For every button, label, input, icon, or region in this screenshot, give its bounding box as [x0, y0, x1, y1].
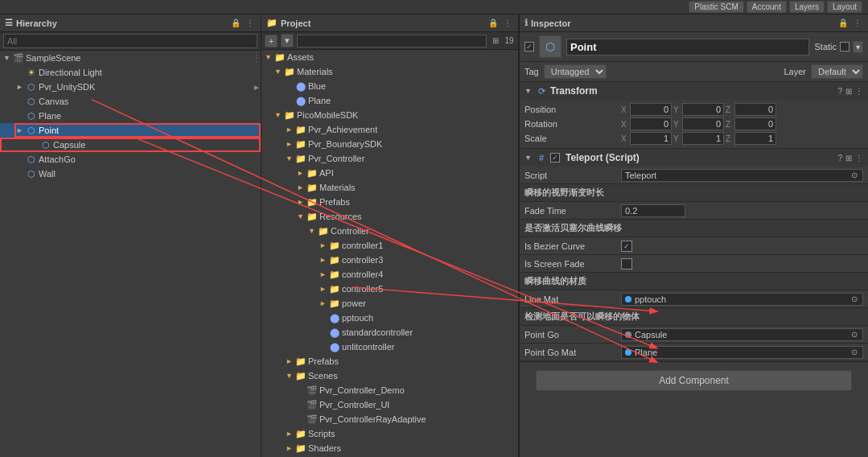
transform-help-icon[interactable]: ?	[837, 87, 842, 96]
project-lock-icon[interactable]: 🔒	[487, 18, 499, 29]
tree-item-scenes[interactable]: ▼ 📁 Scenes	[261, 368, 518, 383]
tree-item-power[interactable]: ► 📁 power	[261, 296, 518, 311]
linemat-ref-field[interactable]: pptouch ⊙	[621, 293, 863, 306]
tree-item-assets[interactable]: ▼ 📁 Assets	[261, 50, 518, 64]
hierarchy-search-input[interactable]	[3, 34, 257, 48]
layout-btn[interactable]: Layout	[827, 1, 862, 13]
transform-preset-icon[interactable]: ⊞	[845, 87, 852, 96]
linemat-pick-btn[interactable]: ⊙	[849, 294, 859, 303]
tree-item-point[interactable]: ► ⬡ Point	[0, 123, 261, 138]
bezier-checkbox[interactable]: ✓	[621, 241, 632, 252]
teleport-menu-icon[interactable]: ⋮	[855, 154, 863, 163]
pointgomat-ref-field[interactable]: Plane ⊙	[621, 346, 863, 359]
tree-item-pico-sdk[interactable]: ▼ 📁 PicoMobileSDK	[261, 108, 518, 122]
tree-item-materials[interactable]: ▼ 📁 Materials	[261, 64, 518, 79]
pointgo-row: Point Go Capsule ⊙	[520, 326, 868, 344]
scale-z-input[interactable]	[734, 132, 776, 145]
script-ref-pick-btn[interactable]: ⊙	[849, 171, 859, 179]
sphere-icon-plane: ⬤	[295, 95, 306, 106]
arrow-controller3: ►	[319, 256, 329, 264]
plastic-scm-btn[interactable]: Plastic SCM	[689, 1, 743, 13]
obj-name-input[interactable]	[566, 39, 809, 56]
hierarchy-lock-icon[interactable]: 🔒	[230, 18, 241, 29]
teleport-header[interactable]: ▼ # ✓ Teleport (Script) ? ⊞ ⋮	[520, 149, 868, 167]
light-icon-dirlight: ☀	[26, 67, 37, 78]
pos-y-input[interactable]	[682, 103, 724, 116]
project-options-btn[interactable]: ▾	[281, 34, 294, 47]
pointgo-pick-btn[interactable]: ⊙	[849, 330, 859, 339]
tree-item-dirlight[interactable]: ☀ Directional Light	[0, 65, 261, 80]
pointgo-ref-field[interactable]: Capsule ⊙	[621, 328, 863, 341]
tree-item-plane-mat[interactable]: ⬤ Plane	[261, 93, 518, 108]
tree-item-materials2[interactable]: ► 📁 Materials	[261, 180, 518, 195]
transform-menu-icon[interactable]: ⋮	[855, 87, 863, 96]
tree-item-scripts[interactable]: ► 📁 Scripts	[261, 426, 518, 441]
inspector-lock-icon[interactable]: 🔒	[837, 18, 849, 29]
tree-label-controller-folder: Controller	[331, 226, 369, 236]
rot-y-input[interactable]	[682, 117, 724, 130]
scale-x-input[interactable]	[630, 132, 672, 145]
tag-select[interactable]: Untagged	[544, 64, 607, 79]
tree-item-controller-folder[interactable]: ▼ 📁 Controller	[261, 224, 518, 238]
pos-x-input[interactable]	[630, 103, 672, 116]
tree-item-attachgo[interactable]: ⬡ AttachGo	[0, 152, 261, 167]
script-ref-field[interactable]: Teleport ⊙	[621, 169, 863, 182]
obj-active-checkbox[interactable]: ✓	[525, 42, 534, 51]
arrow-plane	[16, 112, 26, 120]
tree-item-pvr-ctrl-ray[interactable]: 🎬 Pvr_ControllerRayAdaptive	[261, 412, 518, 426]
static-checkbox[interactable]	[840, 42, 849, 51]
hierarchy-options-icon[interactable]: ⋮	[253, 54, 261, 63]
tree-item-pptouch[interactable]: ⬤ pptouch	[261, 311, 518, 325]
teleport-help-icon[interactable]: ?	[837, 154, 842, 163]
add-component-button[interactable]: Add Component	[536, 370, 852, 391]
tree-item-canvas[interactable]: ⬡ Canvas	[0, 94, 261, 109]
tree-item-shaders[interactable]: ► 📁 Shaders	[261, 441, 518, 455]
arrow-wall	[16, 170, 26, 178]
tree-item-pvr-unitysdk[interactable]: ► ⬡ Pvr_UnitySDK ►	[0, 80, 261, 94]
project-filter-icon[interactable]: ⊞	[490, 35, 501, 47]
tree-item-pvr-ctrl-demo[interactable]: 🎬 Pvr_Controller_Demo	[261, 383, 518, 397]
tree-label-prefabs2: Prefabs	[308, 356, 339, 366]
tree-item-api[interactable]: ► 📁 API	[261, 166, 518, 180]
teleport-active-checkbox[interactable]: ✓	[550, 153, 560, 163]
tree-item-standardctrl[interactable]: ⬤ standardcontroller	[261, 325, 518, 340]
tree-label-pvr-boundary: Pvr_BoundarySDK	[308, 139, 382, 149]
scale-y-input[interactable]	[682, 132, 724, 145]
tree-item-samplescene[interactable]: ▼ 🎬 SampleScene ⋮	[0, 51, 261, 65]
rot-z-input[interactable]	[734, 117, 776, 130]
tree-item-prefabs2[interactable]: ► 📁 Prefabs	[261, 354, 518, 368]
fade-time-input[interactable]	[621, 204, 685, 217]
tree-item-pvr-controller[interactable]: ▼ 📁 Pvr_Controller	[261, 151, 518, 166]
inspector-menu-icon[interactable]: ⋮	[852, 18, 863, 29]
arrow-materials2: ►	[297, 183, 306, 191]
hierarchy-menu-icon[interactable]: ⋮	[245, 18, 256, 29]
tree-item-pvr-achievement[interactable]: ► 📁 Pvr_Achievement	[261, 122, 518, 137]
account-btn[interactable]: Account	[747, 1, 787, 13]
tree-item-wall[interactable]: ⬡ Wall	[0, 167, 261, 181]
pointgomat-pick-btn[interactable]: ⊙	[849, 348, 859, 356]
layers-btn[interactable]: Layers	[789, 1, 825, 13]
rot-x-input[interactable]	[630, 117, 672, 130]
tree-item-pvr-ctrl-ui[interactable]: 🎬 Pvr_Controller_UI	[261, 397, 518, 412]
tree-item-prefabs-ctrl[interactable]: ► 📁 Prefabs	[261, 195, 518, 209]
layer-select[interactable]: Default	[811, 64, 863, 79]
pos-z-input[interactable]	[734, 103, 776, 116]
tree-item-controller5[interactable]: ► 📁 controller5	[261, 282, 518, 296]
tree-item-resources[interactable]: ▼ 📁 Resources	[261, 209, 518, 224]
static-dropdown[interactable]: ▾	[853, 41, 863, 53]
tree-item-blue[interactable]: ⬤ Blue	[261, 79, 518, 93]
teleport-preset-icon[interactable]: ⊞	[845, 154, 852, 163]
tree-item-plane[interactable]: ⬡ Plane	[0, 109, 261, 123]
arrow-pvr-controller: ▼	[286, 154, 295, 163]
tree-item-unlitctrl[interactable]: ⬤ unlitcontroller	[261, 340, 518, 354]
tree-item-pvr-boundary[interactable]: ► 📁 Pvr_BoundarySDK	[261, 137, 518, 151]
tree-item-controller1[interactable]: ► 📁 controller1	[261, 238, 518, 253]
project-search-input[interactable]	[297, 35, 487, 47]
tree-item-capsule[interactable]: ⬡ Capsule	[0, 138, 261, 152]
tree-item-controller4[interactable]: ► 📁 controller4	[261, 267, 518, 282]
transform-header[interactable]: ▼ ⟳ Transform ? ⊞ ⋮	[520, 82, 868, 100]
screenfade-checkbox[interactable]	[621, 258, 632, 270]
project-menu-icon[interactable]: ⋮	[502, 18, 513, 29]
project-add-btn[interactable]: +	[265, 35, 278, 47]
tree-item-controller3[interactable]: ► 📁 controller3	[261, 253, 518, 267]
